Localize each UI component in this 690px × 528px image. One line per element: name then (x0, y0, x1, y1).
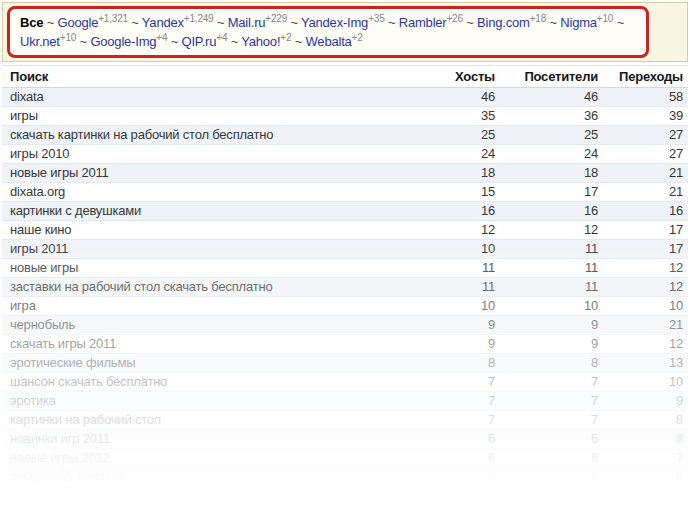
filter-separator: ~ (291, 34, 305, 49)
clicks-cell: 9 (603, 392, 688, 411)
filter-count-badge: +1,321 (98, 13, 128, 24)
filter-mail-ru[interactable]: Mail.ru+229 (228, 15, 287, 30)
filter-separator: ~ (128, 15, 142, 30)
table-header-row: Поиск Хосты Посетители Переходы (2, 66, 688, 88)
filter-label: Google-Img (90, 34, 156, 49)
query-cell: шансон скачать бесплатно (2, 373, 410, 392)
hosts-cell: 9 (410, 316, 500, 335)
query-cell: картинки на рабочий стол (2, 411, 410, 430)
filter-count-badge: +4 (156, 32, 167, 43)
filter-label: Yandex-Img (301, 15, 368, 30)
table-row: эротические фильмы8813 (2, 354, 688, 373)
filter-label: Yandex (142, 15, 184, 30)
clicks-cell: 39 (603, 107, 688, 126)
search-keywords-table: Поиск Хосты Посетители Переходы dixata46… (2, 65, 688, 487)
query-cell: новые игры 2011 (2, 164, 410, 183)
visitors-cell: 9 (500, 335, 603, 354)
query-cell: эротические фильмы (2, 354, 410, 373)
table-row: скачать игры 20119912 (2, 335, 688, 354)
filter-separator: ~ (546, 15, 560, 30)
filter-label: Nigma (560, 15, 597, 30)
clicks-cell: 16 (603, 202, 688, 221)
query-cell: симулятор трамвая (2, 468, 410, 487)
clicks-cell: 10 (603, 297, 688, 316)
filter-label: Google (57, 15, 98, 30)
query-cell: игры 2011 (2, 240, 410, 259)
filter-count-badge: +10 (60, 32, 76, 43)
filter-list: Все ~ Google+1,321 ~ Yandex+1,249 ~ Mail… (20, 15, 624, 49)
filter-count-badge: +35 (368, 13, 384, 24)
filter-yandex[interactable]: Yandex+1,249 (142, 15, 214, 30)
filter-label: Yahoo! (241, 34, 280, 49)
hosts-cell: 6 (410, 449, 500, 468)
hosts-cell: 15 (410, 183, 500, 202)
visitors-cell: 9 (500, 316, 603, 335)
table-row: новые игры 2011181821 (2, 164, 688, 183)
filter-qip-ru[interactable]: QIP.ru+4 (182, 34, 228, 49)
table-row: симулятор трамвая666 (2, 468, 688, 487)
clicks-cell: 17 (603, 221, 688, 240)
hosts-cell: 25 (410, 126, 500, 145)
filter-label: Ukr.net (20, 34, 60, 49)
visitors-cell: 46 (500, 88, 603, 107)
filter-google[interactable]: Google+1,321 (57, 15, 127, 30)
filter-separator: ~ (213, 15, 227, 30)
query-cell: игра (2, 297, 410, 316)
filter-ukr-net[interactable]: Ukr.net+10 (20, 34, 76, 49)
query-cell: новинки игр 2011 (2, 430, 410, 449)
visitors-cell: 7 (500, 411, 603, 430)
hosts-cell: 6 (410, 430, 500, 449)
filter-webalta[interactable]: Webalta+2 (306, 34, 363, 49)
clicks-cell: 12 (603, 278, 688, 297)
visitors-cell: 24 (500, 145, 603, 164)
filter-count-badge: +1,249 (184, 13, 214, 24)
filter-all[interactable]: Все (20, 15, 43, 30)
visitors-cell: 11 (500, 240, 603, 259)
visitors-cell: 8 (500, 354, 603, 373)
filter-nigma[interactable]: Nigma+10 (560, 15, 613, 30)
filter-label: Rambler (399, 15, 447, 30)
visitors-cell: 16 (500, 202, 603, 221)
visitors-cell: 36 (500, 107, 603, 126)
hosts-cell: 46 (410, 88, 500, 107)
table-row: dixata.org151721 (2, 183, 688, 202)
table-row: игра101010 (2, 297, 688, 316)
hosts-cell: 10 (410, 240, 500, 259)
clicks-cell: 58 (603, 88, 688, 107)
clicks-cell: 27 (603, 145, 688, 164)
filter-label: Mail.ru (228, 15, 266, 30)
hosts-cell: 16 (410, 202, 500, 221)
table-row: новые игры111112 (2, 259, 688, 278)
filter-count-badge: +229 (265, 13, 287, 24)
query-cell: наше кино (2, 221, 410, 240)
search-engine-filter-panel: Все ~ Google+1,321 ~ Yandex+1,249 ~ Mail… (2, 2, 688, 62)
visitors-cell: 12 (500, 221, 603, 240)
filter-yandex-img[interactable]: Yandex-Img+35 (301, 15, 385, 30)
table-row: игры 2010242427 (2, 145, 688, 164)
filter-separator: ~ (613, 15, 624, 30)
hosts-cell: 18 (410, 164, 500, 183)
filter-bing-com[interactable]: Bing.com+18 (477, 15, 546, 30)
filter-google-img[interactable]: Google-Img+4 (90, 34, 167, 49)
visitors-cell: 6 (500, 430, 603, 449)
query-cell: новые игры (2, 259, 410, 278)
search-engine-filter-box: Все ~ Google+1,321 ~ Yandex+1,249 ~ Mail… (7, 6, 649, 58)
visitors-cell: 6 (500, 468, 603, 487)
table-row: dixata464658 (2, 88, 688, 107)
query-cell: чернобыль (2, 316, 410, 335)
filter-count-badge: +26 (446, 13, 462, 24)
visitors-cell: 18 (500, 164, 603, 183)
hosts-cell: 9 (410, 335, 500, 354)
clicks-cell: 27 (603, 126, 688, 145)
query-cell: скачать игры 2011 (2, 335, 410, 354)
clicks-cell: 10 (603, 373, 688, 392)
filter-separator: ~ (43, 15, 57, 30)
filter-yahoo-[interactable]: Yahoo!+2 (241, 34, 291, 49)
visitors-cell: 11 (500, 259, 603, 278)
filter-rambler[interactable]: Rambler+26 (399, 15, 463, 30)
visitors-cell: 11 (500, 278, 603, 297)
hosts-cell: 7 (410, 411, 500, 430)
filter-label: QIP.ru (182, 34, 217, 49)
clicks-cell: 13 (603, 354, 688, 373)
query-cell: скачать картинки на рабочий стол бесплат… (2, 126, 410, 145)
